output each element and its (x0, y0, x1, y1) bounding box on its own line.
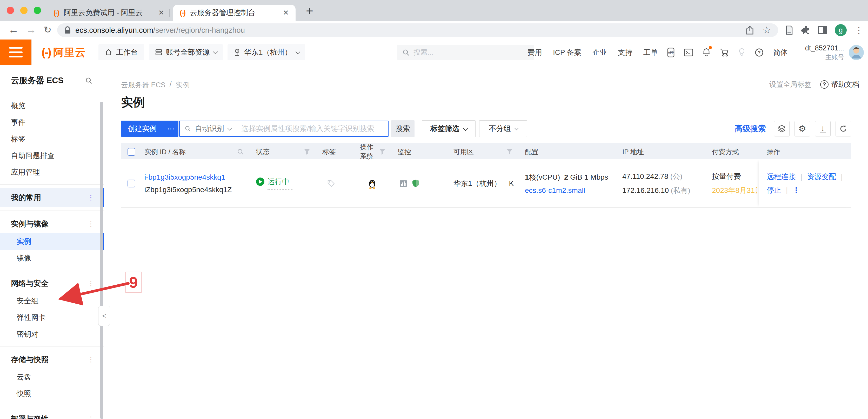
col-header-config[interactable]: 配置 (522, 143, 620, 161)
notification-bell-icon[interactable] (702, 48, 711, 57)
browser-tab-aliyun-trial[interactable]: (-) 阿里云免费试用 - 阿里云 ✕ (47, 5, 171, 21)
workbench-button[interactable]: 工作台 (98, 44, 144, 60)
cart-icon[interactable] (720, 48, 729, 57)
instance-search-input[interactable] (241, 124, 383, 133)
user-avatar[interactable] (849, 45, 864, 60)
console-search-input[interactable] (413, 48, 512, 56)
reload-button[interactable]: ↻ (43, 24, 52, 35)
sidebar-item-disks[interactable]: 云盘 (0, 369, 104, 386)
tag-filter-button[interactable]: 标签筛选 (422, 120, 475, 137)
traffic-light-zoom[interactable] (34, 7, 41, 14)
sidebar-item-app-management[interactable]: 应用管理 (0, 164, 104, 181)
instance-type-link[interactable]: ecs.s6-c1m2.small (525, 186, 585, 195)
new-tab-button[interactable]: + (306, 4, 313, 18)
sidebar-scrollbar[interactable] (100, 101, 103, 419)
create-instance-button[interactable]: 创建实例 (121, 121, 163, 137)
nav-link-support[interactable]: 支持 (618, 48, 632, 57)
sidebar-section-storage-snapshots[interactable]: 存储与快照 ⋮ (0, 350, 104, 369)
kebab-menu-icon[interactable]: ⋮ (88, 188, 94, 207)
resource-change-link[interactable]: 资源变配 (807, 172, 836, 182)
close-icon[interactable]: ✕ (158, 8, 164, 17)
col-header-tags[interactable]: 标签 (320, 143, 358, 161)
sidebar-section-deploy-elasticity[interactable]: 部署与弹性 ⋮ (0, 410, 104, 419)
nav-link-enterprise[interactable]: 企业 (592, 48, 607, 57)
browser-profile-avatar[interactable]: g (835, 24, 847, 36)
close-icon[interactable]: ✕ (283, 8, 289, 17)
column-search-icon[interactable] (237, 148, 244, 155)
nav-link-billing[interactable]: 费用 (527, 48, 542, 57)
sidebar-collapse-handle[interactable]: < (98, 306, 110, 326)
bookmark-star-icon[interactable]: ☆ (763, 25, 771, 36)
browser-tab-ecs-console[interactable]: (-) 云服务器管理控制台 ✕ (173, 5, 296, 21)
kebab-menu-icon[interactable]: ⋮ (88, 214, 94, 233)
security-shield-icon[interactable] (412, 179, 420, 188)
sidebar-item-overview[interactable]: 概览 (0, 97, 104, 114)
col-header-billing[interactable]: 付费方式 (709, 143, 758, 161)
sidebar-item-key-pairs[interactable]: 密钥对 (0, 326, 104, 342)
refresh-button[interactable] (836, 121, 851, 137)
remote-connect-link[interactable]: 远程连接 (767, 172, 796, 182)
kebab-menu-icon[interactable]: ⋮ (88, 274, 94, 293)
aliyun-logo[interactable]: (-) 阿里云 (41, 45, 86, 60)
search-button[interactable]: 搜索 (391, 120, 414, 137)
column-layers-button[interactable] (774, 121, 789, 137)
col-header-os[interactable]: 操作系统 (358, 143, 395, 161)
col-header-id-name[interactable]: 实例 ID / 名称 (142, 143, 253, 161)
nav-link-ticket[interactable]: 工单 (643, 48, 658, 57)
row-checkbox[interactable] (127, 180, 135, 187)
user-block[interactable]: dt_852701... 主账号 (797, 43, 844, 61)
url-bar[interactable]: ecs.console.aliyun.com/server/region/cn-… (57, 23, 778, 37)
language-selector[interactable]: 简体 (773, 48, 788, 57)
stop-link[interactable]: 停止 (767, 185, 781, 195)
col-header-status[interactable]: 状态 (253, 143, 320, 161)
sidebar-search-icon[interactable] (85, 77, 93, 85)
sidebar-item-instances[interactable]: 实例 (0, 233, 104, 250)
filter-funnel-icon[interactable] (379, 148, 386, 155)
sidebar-item-security-groups[interactable]: 安全组 (0, 293, 104, 309)
cloudshell-terminal-icon[interactable] (684, 48, 693, 57)
sidebar-section-favorites[interactable]: 我的常用 ⋮ (0, 188, 104, 207)
help-doc-link[interactable]: ? 帮助文档 (820, 80, 859, 89)
col-header-monitoring[interactable]: 监控 (395, 143, 451, 161)
browser-menu-icon[interactable]: ⋮ (855, 25, 863, 35)
create-instance-more-button[interactable]: ⋯ (163, 121, 179, 137)
sidebar-item-snapshots[interactable]: 快照 (0, 386, 104, 402)
set-global-tag-link[interactable]: 设置全局标签 (769, 80, 811, 89)
instance-id-link[interactable]: i-bp1g3i5xogp5ne4skkq1 (145, 173, 225, 181)
settings-button[interactable]: ⚙ (795, 121, 810, 137)
side-panel-icon[interactable] (818, 26, 827, 34)
instance-row[interactable]: i-bp1g3i5xogp5ne4skkq1 iZbp1g3i5xogp5ne4… (121, 159, 851, 208)
sidebar-item-enis[interactable]: 弹性网卡 (0, 309, 104, 326)
col-header-zone[interactable]: 可用区 (451, 143, 522, 161)
forward-button[interactable]: → (26, 24, 36, 36)
kebab-menu-icon[interactable]: ⋮ (88, 410, 94, 419)
region-selector[interactable]: 华东1（杭州） (227, 44, 305, 60)
back-button[interactable]: ← (8, 24, 19, 36)
filter-funnel-icon[interactable] (506, 148, 513, 155)
sidebar-section-network-security[interactable]: 网络与安全 ⋮ (0, 274, 104, 293)
extensions-puzzle-icon[interactable] (801, 26, 810, 35)
console-search[interactable] (397, 45, 534, 60)
export-button[interactable]: ↓ (815, 121, 831, 137)
group-by-dropdown[interactable]: 不分组 (479, 120, 527, 137)
instance-search-box[interactable]: 自动识别 (179, 121, 389, 137)
filter-funnel-icon[interactable] (304, 148, 310, 155)
breadcrumb-ecs[interactable]: 云服务器 ECS (121, 80, 165, 90)
sidebar-item-images[interactable]: 镜像 (0, 250, 104, 266)
sidebar-section-instances-images[interactable]: 实例与镜像 ⋮ (0, 214, 104, 233)
nav-link-icp[interactable]: ICP 备案 (553, 48, 582, 57)
sidebar-item-tags[interactable]: 标签 (0, 131, 104, 147)
mobile-app-icon[interactable]: APP (667, 48, 675, 57)
kebab-menu-icon[interactable]: ⋮ (88, 350, 94, 369)
advanced-search-link[interactable]: 高级搜索 (735, 123, 766, 134)
hamburger-menu-button[interactable] (0, 39, 32, 65)
share-icon[interactable] (746, 26, 754, 35)
select-all-checkbox[interactable] (127, 148, 135, 156)
traffic-light-minimize[interactable] (20, 7, 28, 14)
cell-tags[interactable] (320, 159, 358, 207)
help-circle-icon[interactable]: ? (754, 48, 764, 57)
sidebar-item-troubleshoot[interactable]: 自助问题排查 (0, 147, 104, 164)
monitor-chart-icon[interactable] (399, 180, 407, 187)
lightbulb-icon[interactable] (738, 48, 746, 57)
reading-list-icon[interactable] (785, 26, 793, 35)
